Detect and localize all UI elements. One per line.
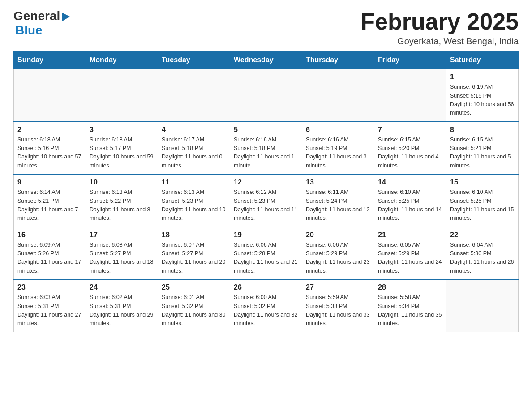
week-row-3: 9Sunrise: 6:14 AMSunset: 5:21 PMDaylight… [14,174,519,227]
day-number: 16 [17,231,82,239]
logo-arrow-icon [61,12,71,21]
logo-text-blue: Blue [15,23,43,38]
header-wednesday: Wednesday [230,51,302,69]
table-cell: 18Sunrise: 6:07 AMSunset: 5:27 PMDayligh… [158,227,230,280]
day-number: 24 [90,283,154,291]
day-number: 22 [450,231,515,239]
day-info: Sunrise: 6:04 AMSunset: 5:30 PMDaylight:… [450,241,515,276]
table-cell: 26Sunrise: 6:00 AMSunset: 5:32 PMDayligh… [230,279,302,332]
week-row-4: 16Sunrise: 6:09 AMSunset: 5:26 PMDayligh… [14,227,519,280]
page-header: General Blue February 2025 Goyerkata, We… [13,9,519,47]
day-info: Sunrise: 6:10 AMSunset: 5:25 PMDaylight:… [450,188,515,223]
day-number: 6 [306,126,370,134]
day-info: Sunrise: 6:00 AMSunset: 5:32 PMDaylight:… [234,293,298,328]
header-friday: Friday [374,51,446,69]
table-cell: 20Sunrise: 6:06 AMSunset: 5:29 PMDayligh… [302,227,374,280]
calendar-subtitle: Goyerkata, West Bengal, India [360,36,519,47]
table-cell [86,69,158,122]
header-saturday: Saturday [446,51,519,69]
logo-text-general: General [13,9,60,23]
header-monday: Monday [86,51,158,69]
day-info: Sunrise: 6:17 AMSunset: 5:18 PMDaylight:… [162,136,226,171]
table-cell: 14Sunrise: 6:10 AMSunset: 5:25 PMDayligh… [374,174,446,227]
table-cell: 8Sunrise: 6:15 AMSunset: 5:21 PMDaylight… [446,122,519,175]
logo: General Blue [13,9,71,38]
svg-marker-0 [62,13,70,21]
day-number: 21 [378,231,442,239]
day-number: 19 [234,231,298,239]
calendar-body: 1Sunrise: 6:19 AMSunset: 5:15 PMDaylight… [14,69,519,332]
day-number: 14 [378,178,442,186]
day-number: 7 [378,126,442,134]
day-info: Sunrise: 6:18 AMSunset: 5:17 PMDaylight:… [90,136,154,171]
table-cell: 1Sunrise: 6:19 AMSunset: 5:15 PMDaylight… [446,69,519,122]
table-cell: 12Sunrise: 6:12 AMSunset: 5:23 PMDayligh… [230,174,302,227]
table-cell: 7Sunrise: 6:15 AMSunset: 5:20 PMDaylight… [374,122,446,175]
day-number: 3 [90,126,154,134]
table-cell [446,279,519,332]
day-number: 2 [17,126,82,134]
day-number: 27 [306,283,370,291]
header-sunday: Sunday [14,51,86,69]
day-info: Sunrise: 6:19 AMSunset: 5:15 PMDaylight:… [450,83,515,118]
day-number: 20 [306,231,370,239]
table-cell: 21Sunrise: 6:05 AMSunset: 5:29 PMDayligh… [374,227,446,280]
day-number: 23 [17,283,82,291]
day-info: Sunrise: 5:58 AMSunset: 5:34 PMDaylight:… [378,293,442,328]
day-number: 15 [450,178,515,186]
table-cell: 25Sunrise: 6:01 AMSunset: 5:32 PMDayligh… [158,279,230,332]
table-cell [158,69,230,122]
day-info: Sunrise: 6:16 AMSunset: 5:19 PMDaylight:… [306,136,370,171]
table-cell [14,69,86,122]
day-info: Sunrise: 6:15 AMSunset: 5:21 PMDaylight:… [450,136,515,171]
day-info: Sunrise: 6:05 AMSunset: 5:29 PMDaylight:… [378,241,442,276]
day-number: 11 [162,178,226,186]
day-number: 12 [234,178,298,186]
header-tuesday: Tuesday [158,51,230,69]
calendar-table: Sunday Monday Tuesday Wednesday Thursday… [13,51,519,332]
day-info: Sunrise: 6:11 AMSunset: 5:24 PMDaylight:… [306,188,370,223]
day-number: 25 [162,283,226,291]
day-info: Sunrise: 6:12 AMSunset: 5:23 PMDaylight:… [234,188,298,223]
table-cell: 9Sunrise: 6:14 AMSunset: 5:21 PMDaylight… [14,174,86,227]
day-number: 26 [234,283,298,291]
table-cell: 15Sunrise: 6:10 AMSunset: 5:25 PMDayligh… [446,174,519,227]
day-number: 5 [234,126,298,134]
table-cell: 22Sunrise: 6:04 AMSunset: 5:30 PMDayligh… [446,227,519,280]
day-info: Sunrise: 6:06 AMSunset: 5:28 PMDaylight:… [234,241,298,276]
table-cell: 2Sunrise: 6:18 AMSunset: 5:16 PMDaylight… [14,122,86,175]
day-number: 4 [162,126,226,134]
table-cell [374,69,446,122]
table-cell [302,69,374,122]
day-info: Sunrise: 6:13 AMSunset: 5:22 PMDaylight:… [90,188,154,223]
day-number: 17 [90,231,154,239]
day-info: Sunrise: 6:06 AMSunset: 5:29 PMDaylight:… [306,241,370,276]
table-cell: 24Sunrise: 6:02 AMSunset: 5:31 PMDayligh… [86,279,158,332]
day-info: Sunrise: 6:18 AMSunset: 5:16 PMDaylight:… [17,136,82,171]
calendar-title: February 2025 [360,9,519,34]
table-cell: 4Sunrise: 6:17 AMSunset: 5:18 PMDaylight… [158,122,230,175]
day-number: 28 [378,283,442,291]
table-cell: 27Sunrise: 5:59 AMSunset: 5:33 PMDayligh… [302,279,374,332]
day-info: Sunrise: 6:03 AMSunset: 5:31 PMDaylight:… [17,293,82,328]
week-row-2: 2Sunrise: 6:18 AMSunset: 5:16 PMDaylight… [14,122,519,175]
day-info: Sunrise: 6:08 AMSunset: 5:27 PMDaylight:… [90,241,154,276]
table-cell: 23Sunrise: 6:03 AMSunset: 5:31 PMDayligh… [14,279,86,332]
day-number: 1 [450,73,515,81]
day-info: Sunrise: 6:14 AMSunset: 5:21 PMDaylight:… [17,188,82,223]
day-info: Sunrise: 6:09 AMSunset: 5:26 PMDaylight:… [17,241,82,276]
day-number: 13 [306,178,370,186]
day-info: Sunrise: 6:10 AMSunset: 5:25 PMDaylight:… [378,188,442,223]
day-number: 18 [162,231,226,239]
day-number: 8 [450,126,515,134]
day-number: 9 [17,178,82,186]
table-cell: 19Sunrise: 6:06 AMSunset: 5:28 PMDayligh… [230,227,302,280]
table-cell: 17Sunrise: 6:08 AMSunset: 5:27 PMDayligh… [86,227,158,280]
table-cell: 28Sunrise: 5:58 AMSunset: 5:34 PMDayligh… [374,279,446,332]
day-info: Sunrise: 6:02 AMSunset: 5:31 PMDaylight:… [90,293,154,328]
table-cell: 10Sunrise: 6:13 AMSunset: 5:22 PMDayligh… [86,174,158,227]
day-info: Sunrise: 5:59 AMSunset: 5:33 PMDaylight:… [306,293,370,328]
weekday-header-row: Sunday Monday Tuesday Wednesday Thursday… [14,51,519,69]
day-info: Sunrise: 6:01 AMSunset: 5:32 PMDaylight:… [162,293,226,328]
table-cell: 6Sunrise: 6:16 AMSunset: 5:19 PMDaylight… [302,122,374,175]
